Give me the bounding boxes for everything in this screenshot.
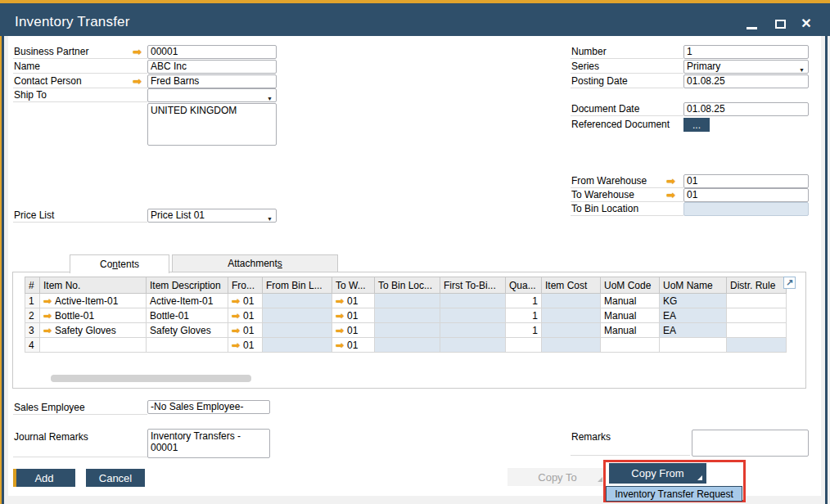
document-date-label: Document Date	[571, 103, 683, 116]
business-partner-field[interactable]: 00001	[147, 45, 277, 59]
journal-remarks-field[interactable]: Inventory Transfers - 00001	[147, 429, 270, 458]
to-bin-location-field	[683, 202, 809, 216]
col-header-from-bin[interactable]: From Bin L...	[263, 277, 332, 294]
col-header-first-to-bin[interactable]: First To-Bi...	[440, 277, 506, 294]
chevron-down-icon: ▼	[267, 213, 273, 223]
from-wh-cell[interactable]: ➡01	[228, 323, 263, 338]
journal-remarks-label: Journal Remarks	[13, 431, 147, 457]
uom-code-cell[interactable]: Manual	[601, 294, 660, 308]
price-list-label: Price List	[13, 209, 147, 223]
col-header-uom-code[interactable]: UoM Code	[601, 277, 660, 294]
link-arrow-icon[interactable]: ➡	[232, 325, 240, 336]
maximize-button[interactable]	[769, 15, 791, 33]
col-header-distr-rule[interactable]: Distr. Rule	[727, 277, 787, 294]
link-arrow-icon[interactable]: ➡	[336, 340, 344, 351]
contact-person-field[interactable]: Fred Barns	[147, 74, 277, 88]
uom-code-cell[interactable]: Manual	[601, 308, 660, 323]
link-arrow-icon[interactable]: ➡	[666, 176, 675, 187]
link-arrow-icon[interactable]: ➡	[336, 325, 344, 336]
link-arrow-icon[interactable]: ➡	[133, 47, 142, 57]
quantity-cell[interactable]	[506, 338, 542, 353]
to-warehouse-field[interactable]: 01	[683, 188, 809, 202]
number-label: Number	[571, 46, 683, 59]
from-wh-cell[interactable]: ➡01	[228, 294, 263, 308]
col-header-to-warehouse[interactable]: To W...	[332, 277, 375, 294]
posting-date-field[interactable]: 01.08.25	[683, 74, 809, 88]
from-wh-cell[interactable]: ➡01	[228, 308, 263, 323]
col-header-item-cost[interactable]: Item Cost	[542, 277, 601, 294]
cancel-button[interactable]: Cancel	[86, 469, 145, 487]
from-warehouse-field[interactable]: 01	[683, 174, 809, 188]
horizontal-scrollbar[interactable]	[51, 375, 251, 382]
to-bin-location-label: To Bin Location	[571, 203, 683, 216]
link-arrow-icon[interactable]: ➡	[43, 310, 52, 322]
posting-date-label: Posting Date	[571, 75, 683, 88]
copy-from-button[interactable]: Copy From	[609, 463, 706, 484]
uom-code-cell[interactable]: Manual	[601, 323, 660, 338]
ship-to-address-box[interactable]: UNITED KINGDOM	[147, 103, 277, 146]
corner-triangle-icon	[697, 475, 702, 480]
minimize-icon	[747, 27, 757, 29]
link-arrow-icon[interactable]: ➡	[232, 340, 240, 351]
link-arrow-icon[interactable]: ➡	[666, 190, 675, 200]
item-desc-cell[interactable]	[147, 338, 228, 353]
window-right-border	[825, 36, 828, 504]
uom-name-cell[interactable]	[660, 338, 727, 353]
expand-grid-icon[interactable]: ↗	[783, 277, 796, 289]
close-button[interactable]: ✕	[796, 15, 817, 33]
tab-contents[interactable]: Contents	[70, 254, 169, 273]
chevron-down-icon: ▼	[267, 92, 273, 102]
col-header-item-description[interactable]: Item Description	[147, 277, 228, 294]
number-field[interactable]: 1	[683, 45, 809, 59]
document-date-field[interactable]: 01.08.25	[683, 102, 809, 116]
minimize-button[interactable]	[741, 15, 762, 33]
series-dropdown[interactable]: Primary▼	[683, 60, 809, 74]
link-arrow-icon[interactable]: ➡	[336, 295, 344, 307]
uom-name-cell: KG	[660, 294, 727, 308]
to-wh-cell[interactable]: ➡01	[332, 308, 375, 323]
quantity-cell[interactable]: 1	[506, 308, 542, 323]
from-wh-cell[interactable]: ➡01	[228, 338, 263, 353]
uom-code-cell[interactable]	[601, 338, 660, 353]
quantity-cell[interactable]: 1	[506, 294, 542, 308]
item-no-cell[interactable]	[40, 338, 147, 353]
link-arrow-icon[interactable]: ➡	[43, 325, 52, 336]
link-arrow-icon[interactable]: ➡	[336, 310, 344, 322]
col-header-from-warehouse[interactable]: Fro...	[228, 277, 263, 294]
link-arrow-icon[interactable]: ➡	[232, 310, 240, 322]
col-header-item-no[interactable]: Item No.	[40, 277, 147, 294]
remarks-field[interactable]	[692, 430, 809, 457]
col-header-quantity[interactable]: Qua...	[506, 277, 542, 294]
table-header-row: # Item No. Item Description Fro... From …	[25, 277, 787, 294]
col-header-row-number[interactable]: #	[25, 277, 40, 294]
uom-name-cell: EA	[660, 308, 727, 323]
to-wh-cell[interactable]: ➡01	[332, 294, 375, 308]
item-no-cell[interactable]: ➡Safety Gloves	[40, 323, 147, 338]
item-desc-cell[interactable]: Active-Item-01	[147, 294, 228, 308]
item-no-cell[interactable]: ➡Active-Item-01	[40, 294, 147, 308]
to-wh-cell[interactable]: ➡01	[332, 338, 375, 353]
add-button[interactable]: Add	[13, 469, 75, 487]
tab-attachments[interactable]: Attachments	[172, 254, 338, 272]
link-arrow-icon[interactable]: ➡	[133, 76, 142, 87]
col-header-to-bin[interactable]: To Bin Loc...	[375, 277, 440, 294]
menu-item-inventory-transfer-request[interactable]: Inventory Transfer Request	[606, 486, 742, 502]
quantity-cell[interactable]: 1	[506, 323, 542, 338]
ship-to-dropdown[interactable]: ▼	[147, 88, 277, 102]
name-field[interactable]: ABC Inc	[147, 60, 277, 74]
link-arrow-icon[interactable]: ➡	[43, 295, 52, 307]
link-arrow-icon[interactable]: ➡	[232, 295, 240, 307]
price-list-dropdown[interactable]: Price List 01▼	[147, 209, 277, 223]
to-wh-cell[interactable]: ➡01	[332, 323, 375, 338]
item-desc-cell[interactable]: Safety Gloves	[147, 323, 228, 338]
referenced-document-button[interactable]: ...	[683, 118, 710, 132]
item-desc-cell[interactable]: Bottle-01	[147, 308, 228, 323]
window-title: Inventory Transfer	[15, 14, 130, 30]
referenced-document-label: Referenced Document	[571, 119, 683, 132]
sales-employee-field[interactable]: -No Sales Employee-	[147, 400, 270, 414]
col-header-uom-name[interactable]: UoM Name	[660, 277, 727, 294]
item-no-cell[interactable]: ➡Bottle-01	[40, 308, 147, 323]
table-row: 4 ➡01 ➡01	[25, 338, 787, 353]
copy-to-button: Copy To	[507, 468, 607, 486]
chevron-down-icon: ▼	[799, 64, 805, 74]
